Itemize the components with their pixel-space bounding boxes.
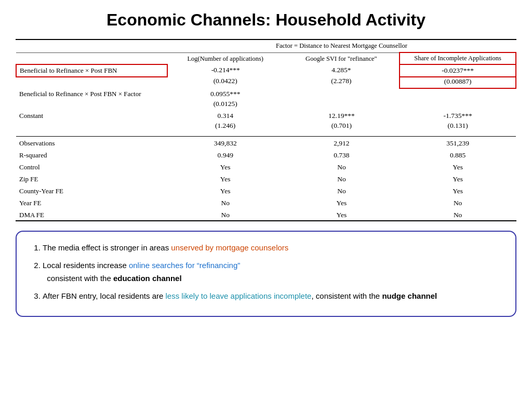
note-1-highlight: unserved by mortgage counselors [171, 243, 288, 252]
se-1-3: (0.00887) [400, 77, 516, 88]
stat-label-dmafe: DMA FE [16, 208, 167, 220]
column-header-row: Log(Number of applications) Google SVI f… [16, 52, 516, 64]
col-header-3: Share of Incomplete Applications [400, 52, 516, 64]
stat-row-rsquared: R-squared 0.949 0.738 0.885 [16, 149, 516, 161]
row-label-2: Beneficial to Refinance × Post FBN × Fac… [16, 88, 167, 100]
note-item-1: The media effect is stronger in areas un… [43, 241, 501, 255]
se-3-2: (0.701) [284, 122, 400, 132]
cell-1-2: 4.285* [284, 64, 400, 77]
stat-label-observations: Observations [16, 137, 167, 149]
results-table-container: Factor = Distance to Nearest Mortgage Co… [16, 39, 516, 221]
note-2-text-after: consistent with the [43, 274, 113, 283]
stat-row-dmafe: DMA FE No Yes No [16, 208, 516, 220]
note-2-bold: education channel [113, 274, 182, 283]
table-row: Beneficial to Refinance × Post FBN × Fac… [16, 88, 516, 100]
table-row-se: (0.0422) (2.278) (0.00887) [16, 77, 516, 88]
cell-3-2: 12.19*** [284, 110, 400, 122]
spacer-row [16, 132, 516, 137]
page-title: Economic Channels: Household Activity [16, 10, 516, 30]
se-2-3 [400, 100, 516, 110]
se-2-2 [284, 100, 400, 110]
note-2-highlight: online searches for “refinancing” [129, 261, 240, 270]
note-2-text-before: Local residents increase [43, 261, 129, 270]
cell-1-1: -0.214*** [167, 64, 284, 77]
stat-label-zipfe: Zip FE [16, 172, 167, 184]
stat-row-countyyearfe: County-Year FE Yes No Yes [16, 184, 516, 196]
se-1-1: (0.0422) [167, 77, 284, 88]
stat-label-rsquared: R-squared [16, 149, 167, 161]
table-row: Constant 0.314 12.19*** -1.735*** [16, 110, 516, 122]
table-row-se: (1.246) (0.701) (0.131) [16, 122, 516, 132]
cell-3-3: -1.735*** [400, 110, 516, 122]
stat-row-zipfe: Zip FE Yes No Yes [16, 172, 516, 184]
cell-2-2 [284, 88, 400, 100]
note-3-highlight: less likely to leave applications incomp… [165, 291, 311, 300]
stat-label-countyyearfe: County-Year FE [16, 184, 167, 196]
row-label-1: Beneficial to Refinance × Post FBN [16, 64, 167, 77]
notes-box: The media effect is stronger in areas un… [16, 231, 516, 317]
row-label-3: Constant [16, 110, 167, 122]
cell-1-3: -0.0237*** [400, 64, 516, 77]
note-item-2: Local residents increase online searches… [43, 259, 501, 285]
stat-row-yearfe: Year FE No Yes No [16, 196, 516, 208]
col-header-1: Log(Number of applications) [167, 52, 284, 64]
note-3-text-before: After FBN entry, local residents are [43, 291, 165, 300]
note-item-3: After FBN entry, local residents are les… [43, 289, 501, 303]
stat-row-control: Control Yes No Yes [16, 161, 516, 172]
cell-2-3 [400, 88, 516, 100]
se-1-2: (2.278) [284, 77, 400, 88]
col-header-2: Google SVI for "refinance" [284, 52, 400, 64]
table-row: Beneficial to Refinance × Post FBN -0.21… [16, 64, 516, 77]
note-3-bold: nudge channel [382, 291, 437, 300]
se-3-3: (0.131) [400, 122, 516, 132]
note-3-text-after: , consistent with the [311, 291, 382, 300]
stat-label-control: Control [16, 161, 167, 172]
se-2-1: (0.0125) [167, 100, 284, 110]
factor-header-row: Factor = Distance to Nearest Mortgage Co… [16, 40, 516, 52]
notes-list: The media effect is stronger in areas un… [31, 241, 501, 302]
regression-table: Factor = Distance to Nearest Mortgage Co… [16, 40, 516, 220]
factor-label: Factor = Distance to Nearest Mortgage Co… [167, 40, 516, 52]
table-row-se: (0.0125) [16, 100, 516, 110]
cell-2-1: 0.0955*** [167, 88, 284, 100]
se-3-1: (1.246) [167, 122, 284, 132]
stat-label-yearfe: Year FE [16, 196, 167, 208]
note-1-text-before: The media effect is stronger in areas [43, 243, 171, 252]
stat-row-observations: Observations 349,832 2,912 351,239 [16, 137, 516, 149]
cell-3-1: 0.314 [167, 110, 284, 122]
